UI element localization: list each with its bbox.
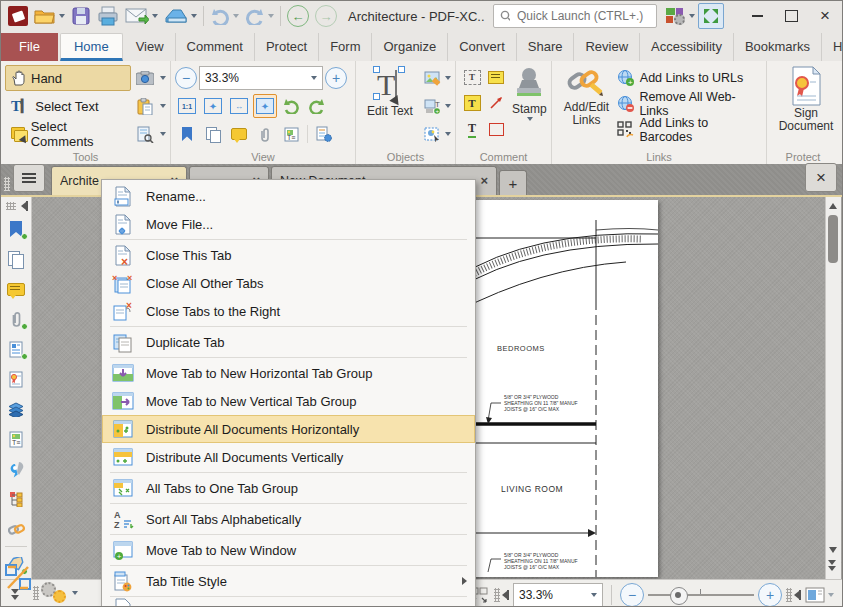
sidebar-collapse-button[interactable] [21, 200, 28, 212]
edit-text-button[interactable]: T Edit Text [360, 64, 420, 150]
add-edit-links-button[interactable]: Add/Edit Links [556, 64, 617, 150]
content-view-button[interactable]: T≡ [279, 122, 303, 146]
redo-button[interactable] [242, 4, 277, 28]
typewriter-tool-button[interactable]: T [460, 65, 484, 89]
menu-item-distribute-horizontally[interactable]: Distribute All Documents Horizontally [102, 415, 475, 443]
rectangle-tool-button[interactable] [484, 117, 508, 141]
fields-pane-button[interactable] [4, 336, 28, 362]
statusbar-collapse-2[interactable] [794, 589, 801, 601]
menu-item-all-tabs-one-group[interactable]: All Tabs to One Tab Group [102, 474, 475, 502]
tabbar-grip[interactable] [4, 177, 10, 191]
tab-organize[interactable]: Organize [372, 33, 448, 61]
fit-width-button[interactable]: ↔ [227, 94, 251, 118]
add-object-dropdown[interactable] [445, 104, 451, 108]
add-links-to-barcodes-button[interactable]: Add Links to Barcodes [617, 117, 762, 143]
hand-tool-button[interactable]: Hand [5, 65, 131, 91]
tab-convert[interactable]: Convert [448, 33, 517, 61]
menu-item-tab-title-style[interactable]: Tab Title Style [102, 567, 475, 595]
structure-pane-button[interactable] [4, 486, 28, 512]
print-button[interactable] [94, 4, 122, 28]
statusbar-collapse[interactable] [502, 589, 509, 601]
tab-protect[interactable]: Protect [255, 33, 319, 61]
add-links-to-urls-button[interactable]: + Add Links to URLs [617, 65, 762, 91]
save-button[interactable] [68, 4, 94, 28]
highlight-text-tool-button[interactable]: T [460, 91, 484, 115]
tab-bookmarks[interactable]: Bookmarks [734, 33, 822, 61]
zoom-slider-thumb[interactable] [670, 587, 688, 605]
zoom-slider[interactable] [648, 585, 754, 605]
zoom-out-button[interactable]: − [175, 67, 197, 89]
arrow-tool-button[interactable] [484, 91, 508, 115]
signatures-pane-button[interactable] [4, 366, 28, 392]
search-comments-button[interactable] [133, 122, 157, 146]
paste-dropdown[interactable] [160, 104, 166, 108]
attachments-view-button[interactable] [253, 122, 277, 146]
tab-file[interactable]: File [1, 33, 58, 61]
sidebar-grip[interactable] [6, 202, 16, 210]
stamp-button[interactable]: Stamp [508, 64, 551, 150]
page-layout-icon[interactable] [805, 587, 825, 603]
statusbar-grip[interactable] [33, 586, 39, 600]
actual-size-button[interactable]: 1:1 [175, 94, 199, 118]
zoom-slider-track[interactable] [648, 594, 754, 596]
new-tab-button[interactable]: + [499, 170, 527, 195]
paste-tool-button[interactable] [133, 94, 157, 118]
snapshot-dropdown[interactable] [160, 76, 166, 80]
menu-item-close-tabs-right[interactable]: × Close Tabs to the Right [102, 297, 475, 325]
fit-page-button[interactable]: ✦ [201, 94, 225, 118]
menu-item-rename[interactable]: Rename... [102, 182, 475, 210]
tab-view[interactable]: View [125, 33, 176, 61]
layers-pane-button[interactable] [4, 396, 28, 422]
tab-form[interactable]: Form [319, 33, 372, 61]
menu-item-sort-alphabetically[interactable]: AZ Sort All Tabs Alphabetically [102, 505, 475, 533]
statusbar-grip-3[interactable] [786, 588, 792, 602]
select-object-dropdown[interactable] [445, 132, 451, 136]
close-document-button[interactable]: × [805, 163, 837, 192]
remove-all-web-links-button[interactable]: Remove All Web-Links [617, 91, 762, 117]
links-pane-button[interactable] [4, 516, 28, 542]
search-comments-dropdown[interactable] [160, 132, 166, 136]
bookmarks-pane-button[interactable] [4, 216, 28, 242]
menu-item-move-vertical-group[interactable]: Move Tab to New Vertical Tab Group [102, 387, 475, 415]
status-zoom-in-button[interactable]: + [758, 583, 782, 607]
tab-accessibility[interactable]: Accessibility [640, 33, 734, 61]
tab-list-button[interactable] [13, 164, 45, 192]
snapshot-tool-button[interactable] [133, 66, 157, 90]
quick-launch-box[interactable] [493, 4, 657, 28]
scrollbar-thumb[interactable] [828, 215, 838, 263]
tab-comment[interactable]: Comment [176, 33, 255, 61]
edit-image-dropdown[interactable] [445, 76, 451, 80]
sign-document-button[interactable]: Sign Document [771, 64, 841, 152]
vertical-scrollbar[interactable] [825, 197, 841, 579]
page-layout-dropdown[interactable] [828, 593, 834, 597]
status-zoom-combo[interactable]: 33.3% [513, 583, 603, 607]
zoom-in-button[interactable]: + [325, 67, 347, 89]
tab-review[interactable]: Review [574, 33, 640, 61]
menu-item-distribute-vertically[interactable]: Distribute All Documents Vertically [102, 443, 475, 471]
tab-home[interactable]: Home [60, 33, 123, 61]
underline-text-tool-button[interactable]: T [460, 117, 484, 141]
pan-zoom-icon[interactable] [5, 564, 31, 590]
edit-image-button[interactable] [420, 66, 444, 90]
email-button[interactable] [122, 4, 161, 28]
nav-forward-button[interactable]: → [312, 4, 340, 28]
next-page-chevrons[interactable] [828, 559, 839, 575]
bookmarks-view-button[interactable] [175, 122, 199, 146]
maximize-button[interactable] [774, 3, 808, 29]
scan-button[interactable] [161, 4, 200, 28]
rotate-ccw-button[interactable] [279, 94, 303, 118]
select-text-tool-button[interactable]: T▎ Select Text [5, 93, 131, 119]
destinations-pane-button[interactable] [4, 456, 28, 482]
fit-visible-button[interactable]: ✦ [253, 94, 277, 118]
attachments-pane-button[interactable] [4, 306, 28, 332]
content-pane-button[interactable]: T≡ [4, 426, 28, 452]
thumbnails-view-button[interactable] [201, 122, 225, 146]
panel-chevrons[interactable] [11, 588, 22, 604]
sticky-note-tool-button[interactable] [484, 65, 508, 89]
view-options-button[interactable] [312, 122, 336, 146]
undo-button[interactable] [207, 4, 242, 28]
menu-item-close-all-other-tabs[interactable]: ×× Close All Other Tabs [102, 269, 475, 297]
add-object-button[interactable]: T+ [420, 94, 444, 118]
fullscreen-button[interactable] [698, 3, 724, 29]
menu-item-move-horizontal-group[interactable]: Move Tab to New Horizontal Tab Group [102, 359, 475, 387]
